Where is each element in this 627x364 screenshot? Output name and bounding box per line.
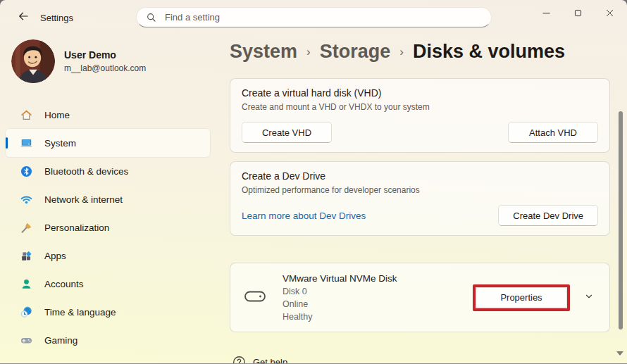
disk-card: VMware Virtual NVMe Disk Disk 0 Online H… [230,263,610,332]
vhd-card-title: Create a virtual hard disk (VHD) [242,87,598,99]
profile-text: User Demo m__lab@outlook.com [64,49,146,73]
sidebar-item-system[interactable]: System [6,129,210,157]
page-title: Disks & volumes [413,41,565,63]
minimize-button[interactable] [530,0,562,28]
avatar [11,39,55,83]
accounts-icon [20,277,33,291]
user-profile[interactable]: User Demo m__lab@outlook.com [11,39,146,83]
dev-drive-card-title: Create a Dev Drive [242,170,598,182]
disk-status-online: Online [283,299,473,309]
search-icon [146,12,157,23]
home-icon [20,108,33,122]
sidebar-item-label: Bluetooth & devices [44,166,128,177]
app-title: Settings [40,13,73,23]
sidebar-item-home[interactable]: Home [6,101,210,129]
breadcrumb-system[interactable]: System [230,41,297,63]
bluetooth-icon [20,165,33,178]
sidebar-item-label: Accounts [44,279,84,289]
disk-info: VMware Virtual NVMe Disk Disk 0 Online H… [283,273,473,322]
close-icon [604,8,615,21]
minimize-icon [541,8,552,21]
time-language-icon [20,306,33,319]
user-email: m__lab@outlook.com [64,63,146,73]
cards: Create a virtual hard disk (VHD) Create … [230,78,610,332]
breadcrumb-storage[interactable]: Storage [320,41,391,63]
vhd-card-subtitle: Create and mount a VHD or VHDX to your s… [242,102,598,112]
properties-button[interactable]: Properties [476,287,567,308]
get-help-link[interactable]: Get help [232,356,287,364]
dev-drive-card-subtitle: Optimized performance for developer scen… [242,185,598,195]
create-dev-drive-button[interactable]: Create Dev Drive [498,205,598,226]
sidebar-item-network-internet[interactable]: Network & internet [6,185,210,213]
sidebar-item-label: Apps [44,251,66,261]
sidebar-item-label: Personalization [44,222,109,233]
scrollbar[interactable] [617,34,624,363]
sidebar-item-gaming[interactable]: Gaming [6,326,210,354]
annotation-highlight: Properties [473,284,570,311]
window-controls [530,0,626,28]
user-name: User Demo [64,49,146,61]
apps-icon [20,249,33,263]
attach-vhd-button[interactable]: Attach VHD [508,122,598,143]
get-help-label: Get help [253,357,287,364]
help-question-icon [232,356,246,364]
vhd-card: Create a virtual hard disk (VHD) Create … [230,78,610,153]
disk-number: Disk 0 [283,287,473,296]
maximize-icon [573,8,583,21]
sidebar-item-label: Time & language [44,307,116,318]
network-icon [20,193,33,206]
breadcrumb: System › Storage › Disks & volumes [230,41,610,63]
close-button[interactable] [594,0,626,28]
sidebar-item-bluetooth-devices[interactable]: Bluetooth & devices [6,157,210,185]
disk-expand-button[interactable] [580,289,598,307]
disk-status-health: Healthy [283,312,473,322]
personalization-icon [20,221,33,234]
system-icon [20,137,33,150]
scrollbar-thumb[interactable] [619,111,623,330]
sidebar-item-apps[interactable]: Apps [6,241,210,270]
back-arrow-icon [17,10,30,25]
dev-drive-card: Create a Dev Drive Optimized performance… [230,161,610,236]
dev-drive-learn-more-link[interactable]: Learn more about Dev Drives [242,211,366,221]
sidebar-item-label: Network & internet [44,194,123,205]
disk-actions: Properties [473,284,598,311]
titlebar: Settings [0,0,627,34]
disk-name: VMware Virtual NVMe Disk [283,273,473,284]
chevron-right-icon: › [306,45,311,59]
sidebar-item-accounts[interactable]: Accounts [6,270,210,298]
sidebar-item-label: Home [44,110,70,120]
chevron-down-icon [584,291,594,304]
sidebar: User Demo m__lab@outlook.com Home [0,34,220,363]
sidebar-item-label: Gaming [44,335,77,346]
back-button[interactable] [11,8,35,27]
disk-drive-icon [244,289,266,306]
sidebar-nav: Home System [6,101,210,354]
sidebar-item-time-language[interactable]: Time & language [6,298,210,326]
sidebar-item-label: System [44,138,76,149]
create-vhd-button[interactable]: Create VHD [242,122,332,143]
chevron-right-icon: › [399,45,404,59]
settings-window: Settings [0,0,627,364]
scroll-down-arrow-icon[interactable] [616,351,623,356]
main-content: System › Storage › Disks & volumes Creat… [230,34,610,332]
search-input[interactable] [163,11,487,23]
maximize-button[interactable] [562,0,594,28]
gaming-icon [20,334,33,347]
search-box[interactable] [136,7,492,27]
sidebar-item-personalization[interactable]: Personalization [6,213,210,241]
